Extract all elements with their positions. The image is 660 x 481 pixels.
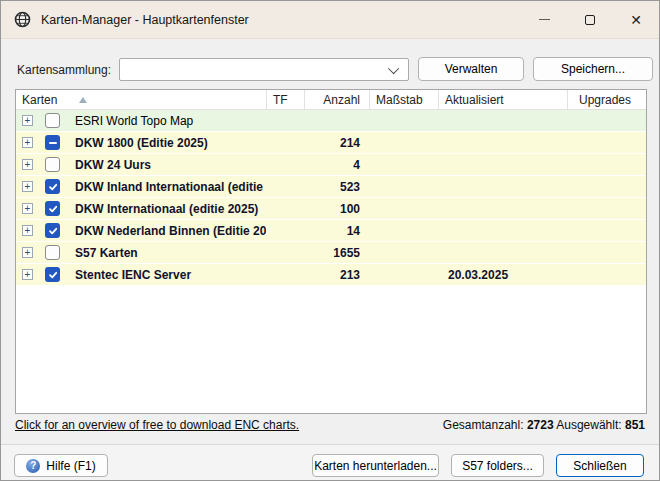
footer-bar: ? Hilfe (F1) Karten herunterladen... S57… bbox=[1, 444, 659, 480]
column-header-massstab[interactable]: Maßstab bbox=[369, 90, 438, 109]
expand-plus-icon[interactable]: + bbox=[22, 269, 33, 280]
expand-plus-icon[interactable]: + bbox=[22, 247, 33, 258]
help-icon: ? bbox=[26, 459, 40, 473]
row-checkbox[interactable] bbox=[45, 201, 60, 216]
column-header-anzahl[interactable]: Anzahl bbox=[304, 90, 369, 109]
ausgewaehlt-label: Ausgewählt: bbox=[556, 418, 621, 432]
minimize-button[interactable] bbox=[521, 1, 567, 38]
row-checkbox[interactable] bbox=[45, 245, 60, 260]
maximize-icon bbox=[585, 15, 595, 25]
table-row[interactable]: +DKW 1800 (Editie 2025)214 bbox=[16, 132, 646, 154]
charts-table: Karten TF Anzahl Maßstab Aktualisiert Up… bbox=[15, 89, 647, 414]
row-label: DKW Nederland Binnen (Editie 2025) bbox=[75, 224, 266, 238]
cell-anzahl: 14 bbox=[304, 224, 369, 238]
sort-asc-icon bbox=[79, 97, 87, 103]
karten-herunterladen-button[interactable]: Karten herunterladen... bbox=[312, 454, 439, 477]
row-label: DKW 24 Uurs bbox=[75, 158, 151, 172]
row-label: S57 Karten bbox=[75, 246, 138, 260]
expand-plus-icon[interactable]: + bbox=[22, 159, 33, 170]
row-checkbox[interactable] bbox=[45, 135, 60, 150]
row-checkbox[interactable] bbox=[45, 223, 60, 238]
column-header-karten[interactable]: Karten bbox=[16, 90, 266, 109]
cell-anzahl: 100 bbox=[304, 202, 369, 216]
globe-icon bbox=[14, 11, 31, 28]
row-label: DKW 1800 (Editie 2025) bbox=[75, 136, 208, 150]
karten-manager-window: Karten-Manager - Hauptkartenfenster ✕ Ka… bbox=[0, 0, 660, 481]
s57-folders-button[interactable]: S57 folders... bbox=[451, 454, 544, 477]
cell-anzahl: 214 bbox=[304, 136, 369, 150]
cell-anzahl: 4 bbox=[304, 158, 369, 172]
expand-plus-icon[interactable]: + bbox=[22, 225, 33, 236]
kartensammlung-label: Kartensammlung: bbox=[17, 63, 111, 77]
ausgewaehlt-value: 851 bbox=[625, 418, 645, 432]
column-header-aktualisiert[interactable]: Aktualisiert bbox=[438, 90, 567, 109]
table-row[interactable]: +ESRI World Topo Map bbox=[16, 110, 646, 132]
close-button[interactable]: ✕ bbox=[613, 1, 659, 38]
hilfe-button[interactable]: ? Hilfe (F1) bbox=[14, 454, 108, 477]
row-label: DKW Inland Internationaal (editie ... bbox=[75, 180, 266, 194]
table-row[interactable]: +DKW Nederland Binnen (Editie 2025)14 bbox=[16, 220, 646, 242]
maximize-button[interactable] bbox=[567, 1, 613, 38]
gesamtanzahl-label: Gesamtanzahl: bbox=[443, 418, 524, 432]
table-body: +ESRI World Topo Map+DKW 1800 (Editie 20… bbox=[16, 110, 646, 286]
row-label: Stentec IENC Server bbox=[75, 268, 191, 282]
column-header-tf[interactable]: TF bbox=[266, 90, 304, 109]
cell-anzahl: 213 bbox=[304, 268, 369, 282]
row-checkbox[interactable] bbox=[45, 157, 60, 172]
kartensammlung-combobox[interactable] bbox=[119, 58, 409, 81]
totals-summary: Gesamtanzahl: 2723 Ausgewählt: 851 bbox=[443, 418, 645, 432]
hilfe-label: Hilfe (F1) bbox=[46, 459, 95, 473]
cell-anzahl: 1655 bbox=[304, 246, 369, 260]
expand-plus-icon[interactable]: + bbox=[22, 137, 33, 148]
table-row[interactable]: +S57 Karten1655 bbox=[16, 242, 646, 264]
table-header: Karten TF Anzahl Maßstab Aktualisiert Up… bbox=[16, 90, 646, 110]
row-checkbox[interactable] bbox=[45, 267, 60, 282]
column-header-upgrades[interactable]: Upgrades bbox=[567, 90, 646, 109]
enc-charts-link[interactable]: Click for an overview of free to downloa… bbox=[15, 418, 299, 432]
expand-plus-icon[interactable]: + bbox=[22, 115, 33, 126]
schliessen-button[interactable]: Schließen bbox=[556, 454, 644, 477]
row-checkbox[interactable] bbox=[45, 113, 60, 128]
expand-plus-icon[interactable]: + bbox=[22, 181, 33, 192]
row-label: ESRI World Topo Map bbox=[75, 114, 193, 128]
table-row[interactable]: +DKW Internationaal (editie 2025)100 bbox=[16, 198, 646, 220]
table-row[interactable]: +Stentec IENC Server21320.03.2025 bbox=[16, 264, 646, 286]
minimize-icon bbox=[539, 19, 550, 20]
gesamtanzahl-value: 2723 bbox=[527, 418, 554, 432]
table-row[interactable]: +DKW 24 Uurs4 bbox=[16, 154, 646, 176]
cell-anzahl: 523 bbox=[304, 180, 369, 194]
close-icon: ✕ bbox=[630, 13, 642, 27]
chevron-down-icon bbox=[388, 62, 399, 73]
titlebar: Karten-Manager - Hauptkartenfenster ✕ bbox=[1, 1, 659, 39]
speichern-button[interactable]: Speichern... bbox=[533, 57, 653, 81]
row-label: DKW Internationaal (editie 2025) bbox=[75, 202, 258, 216]
cell-aktualisiert: 20.03.2025 bbox=[438, 268, 567, 282]
window-title: Karten-Manager - Hauptkartenfenster bbox=[41, 13, 249, 27]
row-checkbox[interactable] bbox=[45, 179, 60, 194]
table-row[interactable]: +DKW Inland Internationaal (editie ...52… bbox=[16, 176, 646, 198]
verwalten-button[interactable]: Verwalten bbox=[418, 57, 524, 81]
expand-plus-icon[interactable]: + bbox=[22, 203, 33, 214]
